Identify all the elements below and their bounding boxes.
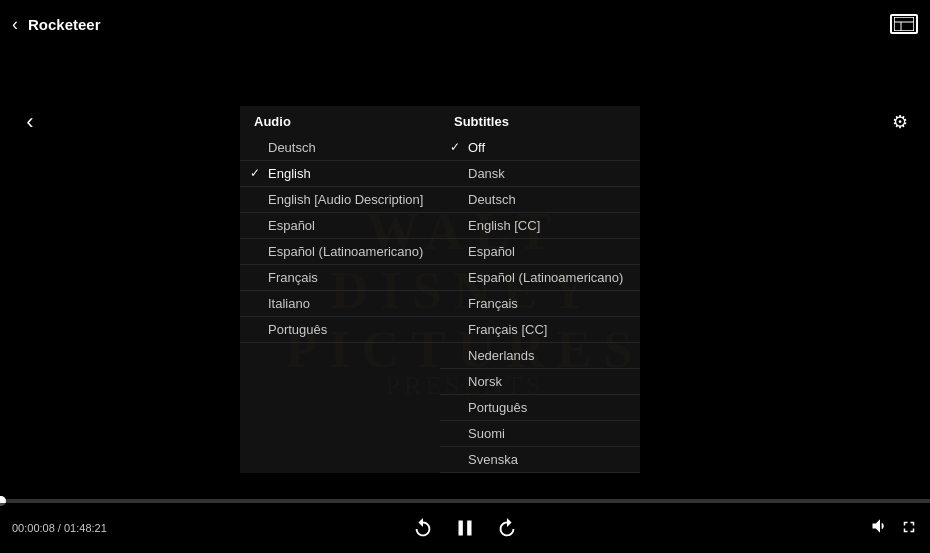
pause-icon (452, 515, 478, 541)
forward-icon (496, 517, 518, 539)
fullscreen-icon (900, 518, 918, 536)
volume-icon (870, 516, 890, 536)
dropdowns-container: Audio DeutschEnglishEnglish [Audio Descr… (240, 106, 640, 473)
audio-item[interactable]: Deutsch (240, 135, 440, 161)
settings-button[interactable]: ⚙ (884, 106, 916, 138)
audio-items-list: DeutschEnglishEnglish [Audio Description… (240, 135, 440, 343)
subtitle-item[interactable]: Deutsch (440, 187, 640, 213)
time-display: 00:00:08 / 01:48:21 (12, 522, 107, 534)
page-title: Rocketeer (28, 16, 101, 33)
play-pause-button[interactable] (452, 515, 478, 541)
subtitle-item[interactable]: Dansk (440, 161, 640, 187)
subtitles-panel: Subtitles OffDanskDeutschEnglish [CC]Esp… (440, 106, 640, 473)
subtitle-item[interactable]: Français (440, 291, 640, 317)
subtitle-item[interactable]: Svenska (440, 447, 640, 473)
subtitle-item[interactable]: Français [CC] (440, 317, 640, 343)
audio-item[interactable]: Español (240, 213, 440, 239)
svg-rect-0 (894, 17, 914, 31)
rewind-icon (412, 517, 434, 539)
audio-item[interactable]: Português (240, 317, 440, 343)
fullscreen-button[interactable] (900, 518, 918, 539)
controls-center (412, 515, 518, 541)
audio-item[interactable]: English [Audio Description] (240, 187, 440, 213)
audio-item[interactable]: Español (Latinoamericano) (240, 239, 440, 265)
bottom-controls: 00:00:08 / 01:48:21 (0, 503, 930, 553)
audio-panel-header: Audio (240, 106, 440, 135)
audio-panel: Audio DeutschEnglishEnglish [Audio Descr… (240, 106, 440, 473)
subtitle-item[interactable]: English [CC] (440, 213, 640, 239)
back-button[interactable]: ‹ Rocketeer (12, 15, 101, 33)
audio-item[interactable]: Français (240, 265, 440, 291)
subtitle-item[interactable]: Español (440, 239, 640, 265)
audio-item[interactable]: English (240, 161, 440, 187)
controls-right (870, 516, 918, 540)
subtitle-item[interactable]: Norsk (440, 369, 640, 395)
subtitle-item[interactable]: Nederlands (440, 343, 640, 369)
subtitle-item[interactable]: Off (440, 135, 640, 161)
subtitles-panel-header: Subtitles (440, 106, 640, 135)
forward-button[interactable] (496, 517, 518, 539)
back-chevron-icon: ‹ (12, 15, 18, 33)
subtitle-item[interactable]: Español (Latinoamericano) (440, 265, 640, 291)
top-bar: ‹ Rocketeer (0, 0, 930, 48)
rewind-button[interactable] (412, 517, 434, 539)
video-back-button[interactable]: ‹ (14, 106, 46, 138)
volume-button[interactable] (870, 516, 890, 540)
audio-item[interactable]: Italiano (240, 291, 440, 317)
episodes-button[interactable] (890, 14, 918, 34)
subtitles-items-list: OffDanskDeutschEnglish [CC]EspañolEspaño… (440, 135, 640, 473)
video-area: Walt Disney Pictures Presents ‹ ⚙ Audio … (0, 48, 930, 553)
subtitle-item[interactable]: Português (440, 395, 640, 421)
subtitle-item[interactable]: Suomi (440, 421, 640, 447)
top-bar-right (890, 14, 918, 34)
episodes-icon (894, 17, 914, 31)
